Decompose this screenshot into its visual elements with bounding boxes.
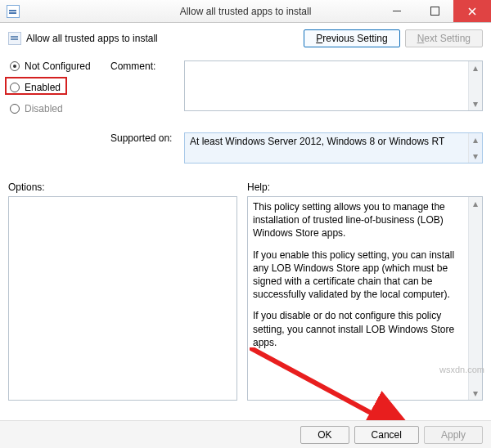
supported-on-box: At least Windows Server 2012, Windows 8 … — [184, 132, 483, 164]
radio-not-configured[interactable]: Not Configured — [8, 60, 110, 72]
comment-input[interactable]: ▴▾ — [184, 60, 483, 111]
maximize-button[interactable] — [416, 0, 453, 22]
options-box[interactable] — [8, 196, 237, 401]
radio-dot-icon — [10, 104, 20, 114]
options-label: Options: — [8, 181, 237, 193]
supported-on-value: At least Windows Server 2012, Windows 8 … — [190, 136, 444, 147]
radio-dot-icon — [10, 83, 20, 92]
window-controls — [378, 0, 491, 22]
ok-button[interactable]: OK — [300, 426, 349, 444]
titlebar: Allow all trusted apps to install — [0, 0, 491, 23]
help-label: Help: — [247, 181, 483, 193]
radio-label: Disabled — [25, 103, 63, 114]
minimize-button[interactable] — [378, 0, 416, 22]
state-radio-group: Not Configured Enabled Disabled — [8, 60, 110, 124]
help-box[interactable]: This policy setting allows you to manage… — [247, 196, 483, 401]
supported-on-label: Supported on: — [110, 132, 184, 164]
dialog-footer: OK Cancel Apply — [0, 420, 491, 448]
next-setting-button[interactable]: Next Setting — [405, 29, 483, 47]
help-paragraph: If you enable this policy setting, you c… — [253, 249, 466, 302]
window-title: Allow all trusted apps to install — [180, 6, 312, 17]
policy-icon — [8, 32, 21, 45]
scrollbar[interactable]: ▴▾ — [468, 61, 482, 110]
apply-button[interactable]: Apply — [424, 426, 483, 444]
help-paragraph: If you disable or do not configure this … — [253, 309, 466, 349]
previous-setting-button[interactable]: Previous Setting — [304, 29, 399, 47]
cancel-button[interactable]: Cancel — [354, 426, 419, 444]
radio-dot-icon — [10, 61, 20, 71]
scrollbar[interactable]: ▴▾ — [468, 133, 482, 163]
help-paragraph: This policy setting allows you to manage… — [253, 200, 466, 240]
close-button[interactable] — [453, 0, 491, 22]
policy-title: Allow all trusted apps to install — [26, 33, 158, 44]
radio-label: Enabled — [25, 82, 61, 93]
radio-disabled[interactable]: Disabled — [8, 103, 110, 114]
radio-enabled[interactable]: Enabled — [8, 82, 110, 93]
radio-label: Not Configured — [25, 60, 91, 72]
window-icon — [7, 5, 20, 18]
comment-label: Comment: — [110, 60, 184, 111]
scrollbar[interactable]: ▴▾ — [468, 197, 482, 400]
